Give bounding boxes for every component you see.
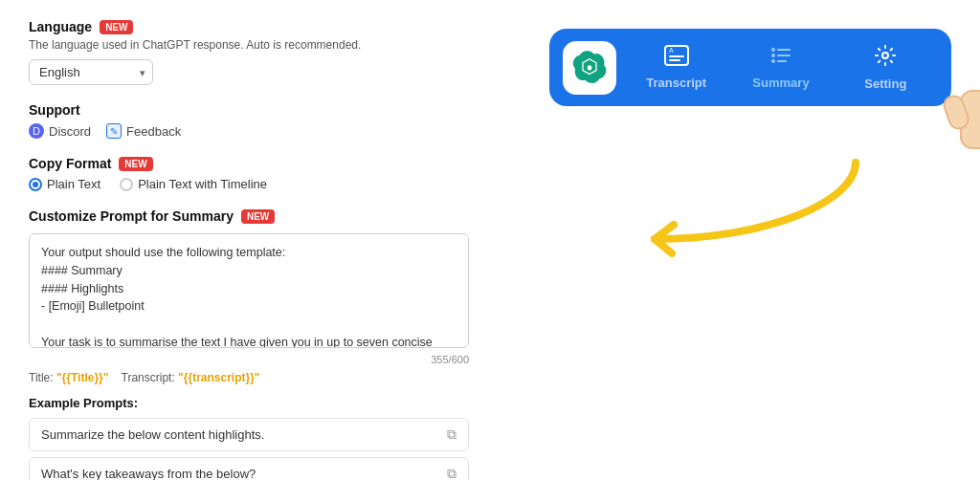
copy-format-label: Copy Format New <box>29 156 469 171</box>
tab-transcript[interactable]: A Transcript <box>624 39 728 96</box>
svg-point-10 <box>882 53 888 58</box>
support-label: Support <box>29 102 469 118</box>
feedback-icon: ✎ <box>106 123 122 139</box>
summary-label: Summary <box>752 76 809 90</box>
copy-icon-1[interactable]: ⧉ <box>447 426 457 443</box>
plain-text-label: Plain Text <box>47 177 100 191</box>
tab-summary[interactable]: Summary <box>728 39 833 96</box>
svg-text:A: A <box>669 47 674 54</box>
radio-plain-text[interactable]: Plain Text <box>29 177 100 191</box>
tab-panel: A Transcript Summary <box>549 29 970 106</box>
radio-dot-plain <box>29 178 42 191</box>
tab-setting[interactable]: Setting <box>834 38 938 97</box>
svg-rect-7 <box>777 55 791 56</box>
example-prompts-label: Example Prompts: <box>29 396 469 410</box>
tab-bar: A Transcript Summary <box>549 29 951 106</box>
arrow-container <box>578 124 913 296</box>
language-select-wrapper[interactable]: English Auto Spanish French ▾ <box>29 59 153 85</box>
svg-rect-3 <box>669 59 680 61</box>
discord-link[interactable]: D Discord <box>29 123 91 139</box>
language-new-badge: New <box>100 20 133 34</box>
transcript-label: Transcript <box>646 76 706 90</box>
svg-point-6 <box>771 54 775 57</box>
setting-icon <box>874 44 897 73</box>
language-label: Language New <box>29 19 469 34</box>
prompt-textarea[interactable]: Your output should use the following tem… <box>29 233 469 348</box>
chatgpt-logo[interactable] <box>563 41 616 95</box>
plain-text-timeline-label: Plain Text with Timeline <box>138 177 267 191</box>
example-text-1: Summarize the below content highlights. <box>41 427 264 442</box>
customize-prompt-label: Customize Prompt for Summary New <box>29 208 469 224</box>
radio-plain-text-timeline[interactable]: Plain Text with Timeline <box>120 177 267 191</box>
discord-icon: D <box>29 123 44 139</box>
language-description: The language used in ChatGPT response. A… <box>29 38 469 52</box>
customize-prompt-badge: New <box>241 209 275 224</box>
transcript-icon: A <box>664 45 689 72</box>
svg-rect-9 <box>777 60 787 62</box>
example-text-2: What's key takeaways from the below? <box>41 467 256 480</box>
copy-icon-2[interactable]: ⧉ <box>447 466 457 480</box>
title-var: "{{Title}}" <box>56 371 109 384</box>
hand-cursor <box>937 38 980 163</box>
feedback-label: Feedback <box>126 124 181 139</box>
svg-rect-2 <box>669 55 684 57</box>
char-count: 355/600 <box>29 354 469 365</box>
svg-rect-5 <box>777 49 791 51</box>
svg-point-4 <box>771 48 775 52</box>
language-select[interactable]: English Auto Spanish French <box>29 59 153 85</box>
transcript-var: "{{transcript}}" <box>178 371 259 384</box>
copy-format-new-badge: New <box>119 157 152 171</box>
example-item-2[interactable]: What's key takeaways from the below? ⧉ <box>29 457 469 480</box>
example-item-1[interactable]: Summarize the below content highlights. … <box>29 418 469 451</box>
radio-dot-timeline <box>120 178 133 191</box>
hand-svg <box>937 38 980 163</box>
summary-icon <box>768 45 793 72</box>
chatgpt-logo-svg <box>572 51 607 85</box>
svg-point-8 <box>771 59 775 63</box>
feedback-link[interactable]: ✎ Feedback <box>106 123 181 139</box>
setting-label: Setting <box>864 76 906 91</box>
title-line: Title: "{{Title}}" Transcript: "{{transc… <box>29 371 469 384</box>
arrow-svg <box>578 124 903 287</box>
example-prompts-section: Example Prompts: Summarize the below con… <box>29 396 469 480</box>
discord-label: Discord <box>49 124 91 139</box>
